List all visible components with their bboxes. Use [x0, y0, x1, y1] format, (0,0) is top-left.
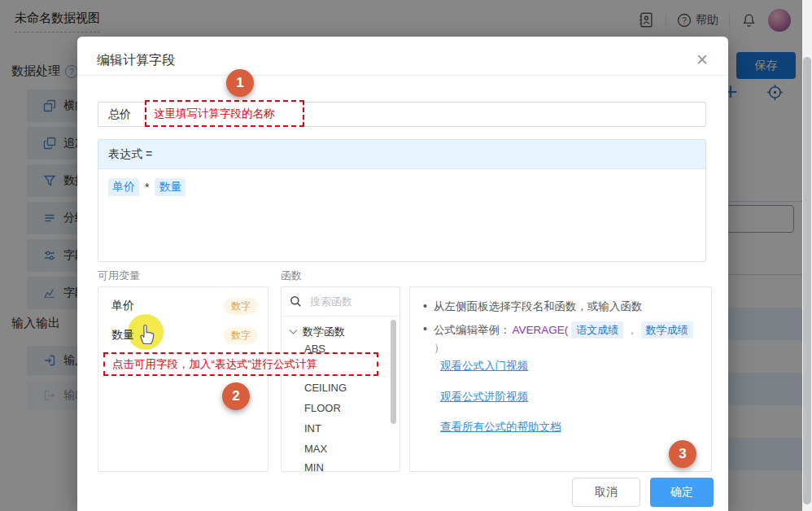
var-name: 数量: [111, 328, 134, 343]
tips-panel: • 从左侧面板选择字段名和函数，或输入函数 • 公式编辑举例： AVERAGE(…: [409, 286, 712, 472]
step-badge-1: 1: [226, 69, 254, 97]
function-item[interactable]: MIN: [304, 457, 324, 477]
comma: ，: [626, 322, 638, 338]
annotation-text: 这里填写计算字段的名称: [154, 107, 275, 121]
hand-cursor-icon: [137, 322, 156, 345]
window-scrollbar[interactable]: [802, 0, 812, 511]
dialog-header-divider: [77, 75, 728, 76]
function-item[interactable]: CEILING: [304, 378, 347, 397]
var-type-badge: 数字: [224, 327, 258, 344]
function-group-label: 数学函数: [303, 325, 345, 339]
available-vars-panel: 单价 数字 数量 数字: [98, 286, 268, 472]
field-chip[interactable]: 单价: [108, 178, 139, 196]
var-name: 单价: [111, 299, 134, 313]
close-icon[interactable]: ✕: [692, 50, 712, 69]
function-group-math[interactable]: 数学函数: [289, 325, 345, 339]
scrollbar-thumb[interactable]: [803, 57, 811, 504]
expression-editor: 表达式 = 单价 * 数量: [98, 139, 706, 262]
tip-text: 从左侧面板选择字段名和函数，或输入函数: [434, 299, 643, 314]
link-advanced-video[interactable]: 观看公式进阶视频: [440, 390, 528, 404]
function-item[interactable]: FLOOR: [304, 398, 341, 417]
confirm-button[interactable]: 确定: [650, 478, 714, 507]
chevron-down-icon: [289, 329, 298, 335]
field-chip[interactable]: 数量: [155, 178, 186, 196]
annotation-box-2: 点击可用字段，加入“表达式”进行公式计算: [103, 352, 378, 376]
step-badge-3: 3: [669, 440, 696, 468]
function-item[interactable]: INT: [304, 418, 321, 438]
tip-line: • 从左侧面板选择字段名和函数，或输入函数: [423, 299, 700, 314]
annotation-box-1: 这里填写计算字段的名称: [145, 100, 304, 127]
bullet-icon: •: [423, 321, 427, 337]
example-field-chip: 语文成绩: [571, 321, 623, 338]
tip-line: • 公式编辑举例： AVERAGE( 语文成绩 ， 数学成绩 ）: [423, 321, 706, 356]
cancel-button[interactable]: 取消: [572, 478, 640, 507]
expression-body[interactable]: 单价 * 数量: [98, 169, 705, 205]
functions-panel: 数学函数 ABS AVERAGE CEILING FLOOR INT MAX M…: [281, 286, 400, 472]
close-paren: ）: [434, 340, 445, 356]
functions-scrollbar-thumb[interactable]: [391, 320, 396, 424]
edit-calc-field-dialog: 编辑计算字段 ✕ 表达式 = 单价 * 数量 可用变量 函数 单价 数字 数量 …: [77, 37, 728, 511]
search-icon: [290, 295, 302, 308]
link-formula-docs[interactable]: 查看所有公式的帮助文档: [440, 420, 561, 435]
var-row[interactable]: 单价 数字: [98, 294, 268, 318]
functions-label: 函数: [281, 269, 302, 283]
app-screen: 未命名数据视图 ? 帮助: [0, 0, 812, 511]
step-badge-2: 2: [222, 382, 250, 410]
operator: *: [145, 181, 149, 194]
annotation-text: 点击可用字段，加入“表达式”进行公式计算: [112, 357, 317, 372]
link-intro-video[interactable]: 观看公式入门视频: [440, 359, 528, 373]
var-row[interactable]: 数量 数字: [98, 323, 268, 347]
var-type-badge: 数字: [224, 298, 258, 315]
expression-label: 表达式 =: [98, 140, 705, 169]
bullet-icon: •: [423, 299, 427, 314]
function-item[interactable]: MAX: [304, 439, 327, 458]
vars-label: 可用变量: [98, 269, 140, 283]
function-search-input[interactable]: [308, 295, 386, 308]
function-search: [282, 287, 399, 317]
example-field-chip: 数学成绩: [641, 321, 693, 338]
tip-text: 公式编辑举例：: [434, 322, 511, 338]
example-function-name: AVERAGE(: [512, 322, 568, 338]
dialog-title: 编辑计算字段: [97, 52, 175, 69]
